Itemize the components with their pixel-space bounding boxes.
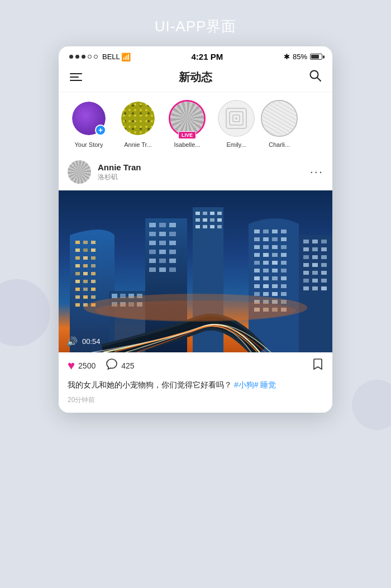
charlie-avatar [261, 100, 298, 137]
story-item-your-story[interactable]: + Your Story [64, 100, 113, 148]
svg-rect-128 [321, 247, 327, 251]
nav-bar: 新动态 [59, 65, 332, 92]
nav-title: 新动态 [179, 70, 212, 85]
svg-rect-91 [263, 253, 269, 257]
svg-rect-64 [169, 267, 176, 272]
svg-rect-36 [112, 294, 117, 298]
svg-rect-98 [254, 269, 260, 273]
svg-rect-126 [303, 247, 309, 251]
svg-rect-49 [169, 223, 176, 227]
svg-rect-81 [281, 230, 287, 233]
svg-point-145 [95, 300, 296, 321]
post-user-details: Annie Tran 洛杉矶 [98, 162, 141, 182]
svg-rect-88 [272, 245, 278, 249]
svg-rect-23 [75, 280, 80, 283]
svg-rect-106 [254, 284, 260, 288]
comment-button[interactable] [106, 358, 118, 373]
svg-rect-71 [203, 218, 207, 222]
post-time: 20分钟前 [59, 394, 332, 413]
svg-rect-28 [91, 288, 96, 291]
story-item-charlie[interactable]: Charli... [261, 100, 298, 148]
post-location: 洛杉矶 [98, 173, 141, 182]
svg-rect-62 [149, 267, 156, 272]
svg-rect-32 [75, 303, 80, 307]
svg-rect-24 [83, 280, 88, 283]
post-user-info: Annie Tran 洛杉矶 [68, 160, 141, 184]
svg-rect-139 [312, 279, 318, 283]
svg-rect-141 [303, 286, 309, 290]
svg-rect-11 [75, 248, 80, 252]
svg-rect-31 [91, 295, 96, 299]
comment-count: 425 [121, 361, 134, 370]
svg-rect-101 [281, 269, 287, 273]
svg-rect-63 [159, 267, 166, 272]
post-image: 🔊 00:54 [59, 190, 332, 352]
annie-avatar-wrap [120, 100, 156, 137]
status-bar: BELL 📶 4:21 PM ✱ 85% [59, 46, 332, 65]
svg-rect-76 [210, 225, 214, 228]
svg-rect-93 [281, 253, 287, 257]
status-time: 4:21 PM [192, 52, 223, 61]
post-user-avatar[interactable] [68, 160, 91, 184]
page-title: UI-APP界面 [155, 18, 237, 35]
like-count: 2500 [78, 361, 96, 370]
svg-rect-113 [281, 292, 287, 296]
svg-rect-90 [254, 253, 260, 257]
bluetooth-icon: ✱ [284, 52, 290, 61]
svg-rect-82 [254, 237, 260, 241]
hamburger-line-2 [70, 77, 79, 78]
svg-rect-140 [321, 279, 327, 283]
svg-rect-108 [272, 284, 278, 288]
search-button[interactable] [309, 69, 321, 85]
signal-dot-2 [75, 55, 79, 59]
city-skyline-svg [59, 190, 332, 352]
svg-rect-53 [149, 241, 156, 245]
annie-story-name: Annie Tr... [124, 141, 152, 148]
svg-rect-57 [159, 250, 166, 254]
svg-rect-67 [203, 212, 207, 215]
svg-rect-54 [159, 241, 166, 245]
svg-rect-95 [263, 261, 269, 265]
story-item-isabelle[interactable]: LIVE Isabelle... [163, 100, 212, 148]
emily-avatar [218, 100, 255, 137]
svg-rect-78 [254, 230, 260, 233]
svg-rect-87 [263, 245, 269, 249]
svg-rect-143 [321, 286, 327, 290]
signal-dot-1 [69, 55, 73, 59]
isabelle-avatar-wrap: LIVE [169, 100, 206, 137]
svg-rect-6 [235, 117, 237, 119]
svg-rect-107 [263, 284, 269, 288]
hashtag-text[interactable]: #小狗# 睡觉 [234, 380, 276, 389]
post-header: Annie Tran 洛杉矶 ··· [59, 154, 332, 190]
svg-rect-109 [281, 284, 287, 288]
post-more-options-icon[interactable]: ··· [310, 165, 323, 179]
hamburger-line-1 [70, 73, 82, 74]
svg-rect-74 [196, 225, 200, 228]
svg-rect-20 [75, 272, 80, 275]
battery-percent: 85% [293, 52, 307, 61]
signal-dot-5 [94, 55, 98, 59]
volume-icon[interactable]: 🔊 [66, 336, 78, 347]
svg-rect-29 [75, 295, 80, 299]
video-time: 00:54 [82, 337, 101, 346]
charlie-story-name: Charli... [269, 141, 290, 148]
story-item-annie[interactable]: Annie Tr... [113, 100, 163, 148]
signal-dot-3 [82, 55, 85, 59]
stories-row: + Your Story Annie Tr... LIVE Isabelle..… [59, 92, 332, 154]
svg-rect-111 [263, 292, 269, 296]
svg-rect-61 [169, 259, 176, 263]
story-item-emily[interactable]: Emily... [212, 100, 261, 148]
hamburger-menu-icon[interactable] [70, 73, 82, 81]
like-button[interactable]: ♥ [68, 358, 75, 373]
bookmark-button[interactable] [312, 358, 323, 373]
post-user-name[interactable]: Annie Tran [98, 162, 141, 172]
comment-icon-svg [106, 358, 118, 370]
svg-rect-68 [210, 212, 214, 215]
svg-rect-127 [312, 247, 318, 251]
post-caption: 我的女儿和她的小宠物狗，你们觉得它好看吗？ #小狗# 睡觉 [59, 379, 332, 394]
svg-rect-14 [75, 256, 80, 260]
svg-rect-137 [321, 271, 327, 275]
svg-rect-86 [254, 245, 260, 249]
svg-rect-132 [303, 263, 309, 267]
isabelle-story-name: Isabelle... [174, 141, 200, 148]
